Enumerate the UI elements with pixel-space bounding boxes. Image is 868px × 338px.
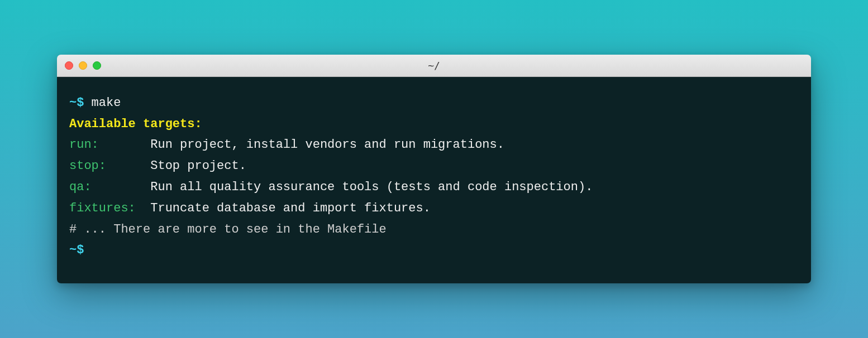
target-row: fixtures: Truncate database and import f… — [69, 198, 799, 219]
target-row: stop: Stop project. — [69, 156, 799, 177]
target-desc: Stop project. — [150, 159, 246, 173]
target-desc: Run project, install vendors and run mig… — [150, 138, 504, 152]
minimize-icon[interactable] — [79, 61, 87, 70]
window-title: ~/ — [57, 60, 811, 71]
target-row: run: Run project, install vendors and ru… — [69, 134, 799, 156]
command-text: make — [92, 96, 121, 110]
target-name: fixtures: — [69, 201, 136, 215]
command-line: ~$ make — [69, 93, 799, 114]
prompt: ~$ — [69, 96, 84, 110]
maximize-icon[interactable] — [93, 61, 101, 70]
comment-line: # ... There are more to see in the Makef… — [69, 219, 799, 240]
target-row: qa: Run all quality assurance tools (tes… — [69, 177, 799, 198]
target-name: stop: — [69, 159, 106, 173]
target-desc: Truncate database and import fixtures. — [150, 201, 431, 215]
traffic-lights — [65, 61, 101, 70]
target-name: qa: — [69, 180, 92, 194]
target-name: run: — [69, 138, 99, 152]
targets-header: Available targets: — [69, 114, 799, 135]
prompt: ~$ — [69, 243, 84, 257]
target-desc: Run all quality assurance tools (tests a… — [150, 180, 593, 194]
terminal-window: ~/ ~$ make Available targets: run: Run p… — [57, 55, 811, 284]
terminal-body[interactable]: ~$ make Available targets: run: Run proj… — [57, 77, 811, 284]
close-icon[interactable] — [65, 61, 73, 70]
titlebar: ~/ — [57, 55, 811, 77]
prompt-line: ~$ — [69, 240, 799, 261]
